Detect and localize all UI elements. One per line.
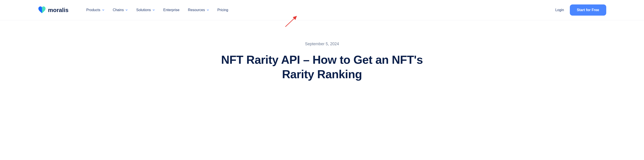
article-content: September 5, 2024 NFT Rarity API – How t… — [211, 20, 433, 82]
nav-resources-label: Resources — [188, 8, 205, 12]
article-date: September 5, 2024 — [211, 42, 433, 46]
nav-solutions[interactable]: Solutions — [136, 8, 155, 12]
chevron-down-icon — [102, 9, 104, 11]
nav-pricing-label: Pricing — [218, 8, 228, 12]
start-free-button[interactable]: Start for Free — [570, 5, 606, 16]
logo-text: moralis — [48, 7, 68, 14]
header-actions: Login Start for Free — [555, 5, 606, 16]
article-title: NFT Rarity API – How to Get an NFT's Rar… — [211, 53, 433, 82]
nav-solutions-label: Solutions — [136, 8, 151, 12]
nav-enterprise-label: Enterprise — [163, 8, 180, 12]
site-header: moralis Products Chains Solutions — [0, 0, 644, 20]
login-link[interactable]: Login — [555, 8, 564, 12]
nav-products-label: Products — [86, 8, 100, 12]
nav-resources[interactable]: Resources — [188, 8, 209, 12]
nav-enterprise[interactable]: Enterprise — [163, 8, 180, 12]
logo[interactable]: moralis — [38, 6, 68, 14]
nav-pricing[interactable]: Pricing — [218, 8, 228, 12]
nav-products[interactable]: Products — [86, 8, 104, 12]
nav-chains[interactable]: Chains — [113, 8, 128, 12]
main-nav: Products Chains Solutions Enterprise — [86, 8, 228, 12]
nav-chains-label: Chains — [113, 8, 124, 12]
logo-icon — [38, 6, 46, 14]
chevron-down-icon — [126, 9, 128, 11]
chevron-down-icon — [207, 9, 209, 11]
chevron-down-icon — [152, 9, 155, 11]
